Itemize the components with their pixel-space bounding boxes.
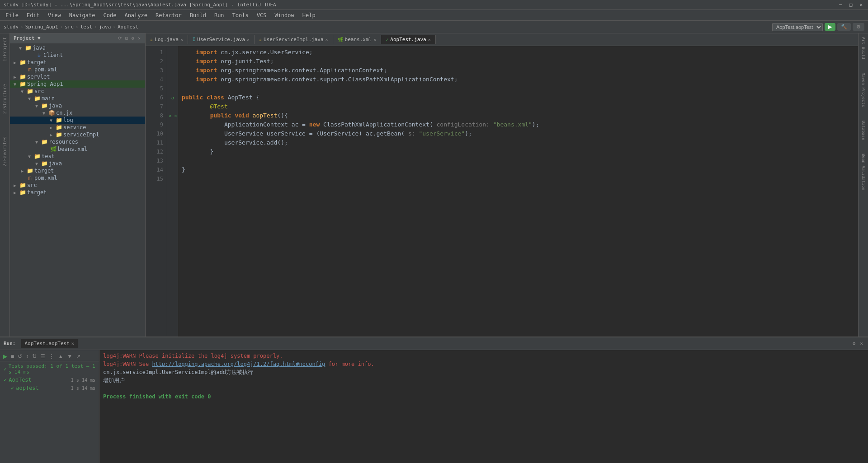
tab-log-java[interactable]: ☕ Log.java ✕ <box>146 35 188 44</box>
project-panel-header: Project ▼ ⟳ ⊟ ⚙ ✕ <box>10 33 145 43</box>
tab-beans-xml[interactable]: 🌿 beans.xml ✕ <box>333 35 382 44</box>
tree-item-log[interactable]: ▼ 📁 log <box>10 117 145 124</box>
run-gutter-8[interactable]: ↺ ◁ <box>167 111 178 120</box>
close-bottom-button[interactable]: ✕ <box>859 340 864 347</box>
run-tab-aoptest[interactable]: AopTest.aopTest ✕ <box>21 339 79 348</box>
menu-item-vcs[interactable]: VCS <box>253 11 270 19</box>
breadcrumb-java[interactable]: java <box>99 24 111 30</box>
maximize-button[interactable]: □ <box>848 2 854 8</box>
tree-item-serviceimpl[interactable]: ▶ 📁 serviceImpl <box>10 131 145 138</box>
project-panel-button[interactable]: 1:Project <box>0 35 9 63</box>
run-gutter-6[interactable]: ↺ <box>167 93 178 102</box>
tab-close-log[interactable]: ✕ <box>180 37 183 42</box>
nav-bar: study › Spring_Aop1 › src › test › java … <box>0 21 868 33</box>
tree-arrow: ▼ <box>28 154 33 159</box>
menu-item-refactor[interactable]: Refactor <box>152 11 185 19</box>
maven-projects-button[interactable]: Maven Projects <box>859 71 868 109</box>
menu-item-file[interactable]: File <box>2 11 22 19</box>
align-button[interactable]: ⋮ <box>47 353 56 360</box>
code-content[interactable]: import cn.jx.service.UserService; import… <box>178 46 858 337</box>
tree-item-spring-aop1[interactable]: ▼ 📁 Spring_Aop1 <box>10 80 145 88</box>
tree-item-pom-spring[interactable]: m pom.xml <box>10 174 145 182</box>
tree-arrow: ▼ <box>42 111 48 116</box>
menu-item-view[interactable]: View <box>44 11 65 19</box>
menu-item-window[interactable]: Window <box>271 11 297 19</box>
menu-item-help[interactable]: Help <box>299 11 319 19</box>
tree-arrow: ▶ <box>21 168 26 173</box>
tree-item-main[interactable]: ▼ 📁 main <box>10 95 145 102</box>
tab-aoptest-java[interactable]: ✓ AopTest.java ✕ <box>381 35 436 44</box>
stop-button[interactable]: ■ <box>9 353 15 360</box>
run-tree-aoptest[interactable]: ✓ AopTest 1 s 14 ms <box>0 376 99 384</box>
menu-item-edit[interactable]: Edit <box>23 11 43 19</box>
tab-close-userserviceimpl[interactable]: ✕ <box>326 37 328 42</box>
export-button[interactable]: ↗ <box>75 353 82 360</box>
code-line-6: public class AopTest { <box>182 93 854 102</box>
breadcrumb-aoptest[interactable]: AopTest <box>118 24 138 30</box>
settings-icon[interactable]: ⚙ <box>851 340 857 347</box>
tab-userserviceimpl-java[interactable]: ☕ UserServiceImpl.java ✕ <box>255 35 333 44</box>
down-button[interactable]: ▼ <box>66 353 74 360</box>
folder-icon: 📁 <box>55 131 62 138</box>
tree-item-target-spring[interactable]: ▶ 📁 target <box>10 167 145 174</box>
run-tree-aoptest-method[interactable]: ✓ aopTest 1 s 14 ms <box>0 384 99 392</box>
settings-button[interactable]: ⚙ <box>853 23 864 31</box>
tree-label: pom.xml <box>34 66 57 73</box>
database-button[interactable]: Database <box>859 119 868 142</box>
breadcrumb-study[interactable]: study <box>4 24 19 30</box>
tree-item-resources[interactable]: ▼ 📁 resources <box>10 138 145 145</box>
up-button[interactable]: ▲ <box>57 353 65 360</box>
minimize-button[interactable]: ─ <box>837 2 844 8</box>
filter-button[interactable]: ☰ <box>39 353 47 360</box>
output-link[interactable]: http://logging.apache.org/log4j/1.2/faq.… <box>152 361 325 367</box>
menu-item-run[interactable]: Run <box>211 11 228 19</box>
tree-arrow: ▶ <box>50 125 55 130</box>
bean-validation-button[interactable]: Bean Validation <box>859 152 868 192</box>
menu-item-analyze[interactable]: Analyze <box>121 11 151 19</box>
tree-item-java-test[interactable]: ▼ 📁 java <box>10 160 145 167</box>
tab-close-aoptest[interactable]: ✕ <box>428 37 431 42</box>
tree-item-java[interactable]: ▼ 📁 java <box>10 44 145 51</box>
menu-item-code[interactable]: Code <box>100 11 120 19</box>
sync-button[interactable]: ⟳ <box>117 35 123 41</box>
breadcrumb-spring-aop1[interactable]: Spring_Aop1 <box>25 24 58 30</box>
sort-alpha-button[interactable]: ↕ <box>24 353 30 360</box>
tab-close-beans[interactable]: ✕ <box>373 37 376 42</box>
breadcrumb-test[interactable]: test <box>80 24 93 30</box>
tree-arrow: ▶ <box>14 183 19 188</box>
tree-item-client[interactable]: ☕ Client <box>10 51 145 59</box>
sort-dur-button[interactable]: ⇅ <box>31 353 38 360</box>
close-button[interactable]: ✕ <box>858 2 864 8</box>
menu-item-navigate[interactable]: Navigate <box>66 11 99 19</box>
play-button[interactable]: ▶ <box>2 353 9 360</box>
tree-item-beans-xml[interactable]: 🌿 beans.xml <box>10 145 145 153</box>
menu-item-tools[interactable]: Tools <box>229 11 252 19</box>
tree-item-src-root[interactable]: ▶ 📁 src <box>10 182 145 189</box>
collapse-all-button[interactable]: ⊟ <box>124 35 129 41</box>
tree-item-target-root[interactable]: ▶ 📁 target <box>10 189 145 196</box>
breadcrumb-src[interactable]: src <box>65 24 74 30</box>
tab-userservice-java[interactable]: I UserService.java ✕ <box>188 35 255 44</box>
build-button[interactable]: 🔨 <box>837 23 851 31</box>
tab-close-userservice[interactable]: ✕ <box>247 37 250 42</box>
tab-label-userservice: UserService.java <box>197 37 245 42</box>
settings-gear-button[interactable]: ⚙ <box>131 35 135 41</box>
run-tab-close[interactable]: ✕ <box>71 341 75 346</box>
tree-item-java-main[interactable]: ▼ 📁 java <box>10 102 145 109</box>
tree-item-target1[interactable]: ▶ 📁 target <box>10 59 145 66</box>
art-build-button[interactable]: Art Build <box>859 35 868 61</box>
run-button[interactable]: ▶ <box>825 23 835 31</box>
favorites-button[interactable]: 2:Favorites <box>0 135 9 168</box>
tree-item-src[interactable]: ▼ 📁 src <box>10 88 145 95</box>
menu-item-build[interactable]: Build <box>186 11 210 19</box>
tree-item-cn-jx[interactable]: ▼ 📦 cn.jx <box>10 109 145 117</box>
rerun-button[interactable]: ↺ <box>16 353 24 360</box>
tree-item-test[interactable]: ▼ 📁 test <box>10 153 145 160</box>
close-panel-button[interactable]: ✕ <box>137 35 142 41</box>
run-config-select[interactable]: AopTest.aopTest <box>772 23 823 31</box>
tree-item-pom1[interactable]: m pom.xml <box>10 66 145 73</box>
tree-item-servlet[interactable]: ▶ 📁 servlet <box>10 73 145 80</box>
tree-item-service[interactable]: ▶ 📁 service <box>10 124 145 131</box>
z-structure-button[interactable]: 2:Structure <box>0 82 9 116</box>
code-line-1: import cn.jx.service.UserService; <box>182 48 854 57</box>
